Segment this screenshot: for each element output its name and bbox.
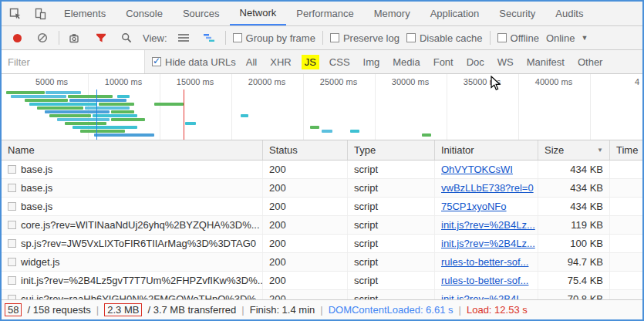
request-name: core.js?rev=WITINaaNdUj26yhq%2BYZQHA%3D%… [21,219,260,231]
request-initiator-link[interactable]: rules-to-better-sof... [441,256,528,268]
toolbar-separator [59,31,59,45]
network-conditions-select[interactable]: Online ▼ [546,32,588,44]
column-header-initiator[interactable]: Initiator [434,140,538,160]
waterfall-overview[interactable] [2,90,642,140]
waterfall-bar [93,114,137,117]
request-type: script [347,179,434,197]
waterfall-bar [49,114,91,117]
filter-pill-img[interactable]: Img [360,55,383,69]
table-row[interactable]: core.js?rev=WITINaaNdUj26yhq%2BYZQHA%3D%… [2,216,642,235]
tab-label: Application [430,8,480,19]
request-initiator-link[interactable]: init.js?rev=%2B4Lz... [441,238,535,249]
list-view-icon[interactable] [174,29,193,47]
tab-label: Memory [374,8,410,19]
request-name-cell[interactable]: init.js?rev=%2B4Lz5gvT7T7Um%2FHPZvfIKw%3… [2,272,262,289]
hide-data-urls-checkbox[interactable]: Hide data URLs [152,56,236,68]
file-icon [8,239,16,248]
table-row[interactable]: base.js 200 script 75CP1xyoNFo 434 KB [2,198,642,216]
tab-security[interactable]: Security [489,2,545,25]
waterfall-view-icon[interactable] [200,29,218,47]
column-label: Time [616,144,638,156]
request-initiator-link[interactable]: 75CP1xyoNFo [441,201,507,212]
network-overview-timeline[interactable]: 5000 ms 10000 ms 15000 ms 20000 ms 25000… [2,74,642,140]
waterfall-bar [29,103,97,106]
toolbar-separator [490,31,491,45]
panel-icons [2,2,54,25]
filter-pill-xhr[interactable]: XHR [267,55,294,69]
disable-cache-checkbox[interactable]: Disable cache [406,32,483,44]
filter-pill-js[interactable]: JS [302,55,319,69]
filtered-transferred-size: 2.3 MB [104,303,142,316]
filter-pill-doc[interactable]: Doc [464,55,487,69]
request-initiator-link[interactable]: init.js?rev=%2B4Lz... [441,219,535,231]
request-name-cell[interactable]: base.js [2,179,262,197]
summary-separator: | [320,304,322,316]
group-by-frame-checkbox[interactable]: Group by frame [233,32,315,44]
tab-application[interactable]: Application [420,2,490,25]
column-header-type[interactable]: Type [347,140,434,160]
tab-audits[interactable]: Audits [545,2,593,25]
request-type: script [347,160,434,178]
waterfall-bar [94,133,154,137]
filter-input[interactable] [2,50,145,73]
request-initiator-link[interactable]: rules-to-better-sof... [441,275,528,286]
tab-performance[interactable]: Performance [286,2,363,25]
column-header-time[interactable]: Time [609,140,642,160]
filter-pill-media[interactable]: Media [389,55,423,69]
filter-pill-ws[interactable]: WS [494,55,517,69]
table-row[interactable]: sp.js?rev=JW5VxLIXToFIR6TIIArMag%3D%3DTA… [2,235,642,253]
offline-checkbox[interactable]: Offline [497,32,539,44]
table-row[interactable]: base.js 200 script OhVYTOKCsWI 434 KB [2,160,642,179]
column-header-status[interactable]: Status [262,140,347,160]
request-name-cell[interactable]: core.js?rev=WITINaaNdUj26yhq%2BYZQHA%3D%… [2,216,262,234]
column-header-size[interactable]: Size ▼ [538,140,609,160]
request-type: script [347,253,434,271]
request-initiator-link[interactable]: vwBzLLbE738?rel=0 [441,182,534,194]
filter-bar: Hide data URLs All XHR JS CSS Img Media … [2,50,642,74]
device-toolbar-icon[interactable] [31,5,49,23]
search-icon[interactable] [117,29,136,47]
request-name: base.js [21,182,52,194]
request-name-cell[interactable]: sp.js?rev=JW5VxLIXToFIR6TIIArMag%3D%3DTA… [2,235,262,252]
tab-memory[interactable]: Memory [364,2,420,25]
table-row[interactable]: widget.js 200 script rules-to-better-sof… [2,253,642,272]
request-name-cell[interactable]: widget.js [2,253,262,271]
tab-network[interactable]: Network [230,2,287,25]
filter-pill-css[interactable]: CSS [326,55,353,69]
file-icon [8,165,16,174]
record-button[interactable] [8,29,26,47]
waterfall-bar [111,110,134,113]
domcontentloaded-line [96,90,97,140]
tab-console[interactable]: Console [116,2,173,25]
waterfall-bar [350,130,359,133]
table-row[interactable]: init.js?rev=%2B4Lz5gvT7T7Um%2FHPZvfIKw%3… [2,272,642,290]
filter-funnel-icon[interactable] [92,29,110,47]
capture-screenshots-icon[interactable] [66,29,85,47]
inspect-element-icon[interactable] [6,5,25,23]
tab-label: Performance [296,8,353,19]
filter-pill-manifest[interactable]: Manifest [524,55,568,69]
table-row[interactable]: base.js 200 script vwBzLLbE738?rel=0 434… [2,179,642,198]
preserve-log-checkbox[interactable]: Preserve log [330,32,400,44]
timeline-tick: 10000 ms [97,77,150,86]
column-header-name[interactable]: Name [2,140,262,160]
tab-sources[interactable]: Sources [173,2,230,25]
filter-pill-all[interactable]: All [243,55,260,69]
tab-elements[interactable]: Elements [54,2,116,25]
request-status: 200 [262,253,347,271]
timeline-tick: 4 [611,77,642,86]
clear-button[interactable] [33,29,52,47]
filter-pill-other[interactable]: Other [575,55,606,69]
filter-pill-font[interactable]: Font [430,55,457,69]
request-status: 200 [262,216,347,234]
mouse-cursor [491,76,501,93]
request-initiator-link[interactable]: OhVYTOKCsWI [441,164,513,175]
waterfall-bar [37,106,83,110]
waterfall-bar [25,99,68,102]
tab-label: Security [499,8,535,19]
file-icon [8,202,16,211]
request-name-cell[interactable]: base.js [2,160,262,178]
checkbox-icon [497,33,507,42]
request-name-cell[interactable]: base.js [2,198,262,215]
request-size: 119 KB [538,216,609,234]
